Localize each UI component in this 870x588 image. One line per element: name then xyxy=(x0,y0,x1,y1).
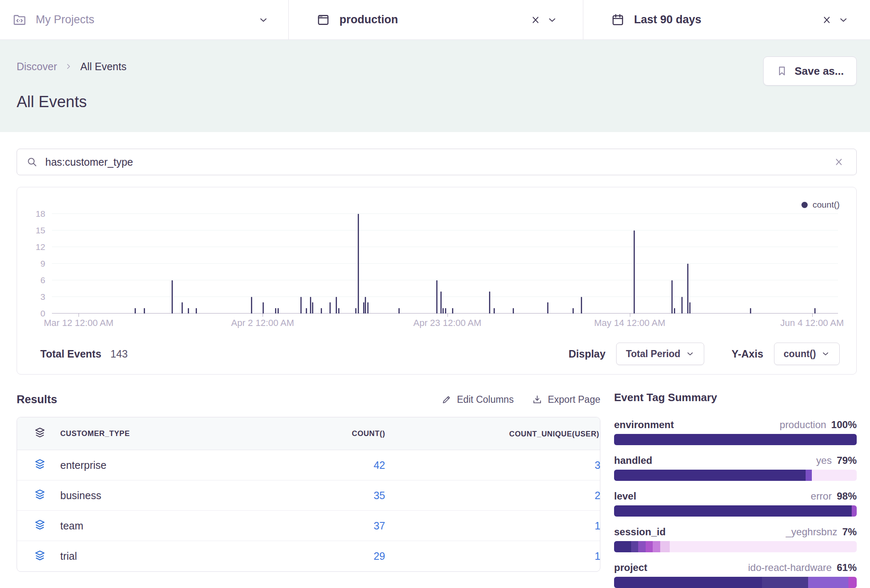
x-axis-tick-label: Jun 4 12:00 AM xyxy=(780,318,844,328)
event-count-bar xyxy=(172,280,173,314)
count-cell-link[interactable]: 29 xyxy=(261,550,385,562)
save-as-button[interactable]: Save as... xyxy=(763,56,857,86)
edit-columns-button[interactable]: Edit Columns xyxy=(441,394,514,405)
tag-bar-segment xyxy=(660,541,670,552)
tag-top-value: production xyxy=(780,419,826,431)
tag-distribution-bar[interactable] xyxy=(614,434,857,445)
gridline xyxy=(52,280,838,280)
tag-bar-segment xyxy=(614,505,852,517)
page-header: Discover All Events Save as... All Event… xyxy=(0,40,870,132)
date-chevron[interactable] xyxy=(835,12,852,28)
event-count-bar xyxy=(365,297,366,314)
y-axis-dropdown[interactable]: count() xyxy=(774,343,840,365)
tag-distribution-bar[interactable] xyxy=(614,470,857,481)
column-header-customer-type[interactable]: CUSTOMER_TYPE xyxy=(60,429,261,438)
event-count-bar xyxy=(363,302,364,314)
event-count-bar xyxy=(442,308,444,314)
customer-type-cell: team xyxy=(60,520,261,532)
tag-distribution-bar[interactable] xyxy=(614,541,857,552)
tag-summary-item: levelerror98% xyxy=(614,490,857,517)
download-icon xyxy=(532,394,543,405)
export-page-button[interactable]: Export Page xyxy=(532,394,600,405)
tag-bar-segment xyxy=(812,470,857,481)
results-area: Results Edit Columns Export xyxy=(17,391,857,588)
breadcrumb-discover-link[interactable]: Discover xyxy=(17,61,57,73)
search-input[interactable] xyxy=(45,156,823,168)
event-count-bar xyxy=(135,308,136,314)
edit-columns-label: Edit Columns xyxy=(457,394,514,405)
event-count-bar xyxy=(452,308,453,314)
event-count-bar xyxy=(750,308,751,314)
stack-icon[interactable] xyxy=(34,488,60,502)
event-count-bar xyxy=(689,302,691,314)
bookmark-icon xyxy=(776,65,788,77)
project-selector[interactable]: My Projects xyxy=(0,0,288,39)
count-cell-link[interactable]: 35 xyxy=(261,490,385,502)
date-clear-icon[interactable] xyxy=(818,12,835,28)
stack-icon[interactable] xyxy=(34,458,60,472)
count-cell-link[interactable]: 42 xyxy=(261,459,385,471)
tag-bar-segment xyxy=(614,541,631,552)
tag-top-percent: 98% xyxy=(837,490,857,502)
chart-legend-count[interactable]: count() xyxy=(801,200,840,210)
display-dropdown[interactable]: Total Period xyxy=(616,343,704,365)
count-unique-cell-link[interactable]: 22 xyxy=(385,490,600,502)
count-unique-cell-link[interactable]: 19 xyxy=(385,520,600,532)
display-dropdown-value: Total Period xyxy=(626,348,680,360)
count-unique-cell-link[interactable]: 18 xyxy=(385,550,600,562)
total-events-value: 143 xyxy=(111,348,128,360)
x-axis-tick xyxy=(812,314,813,317)
table-row: team3719 xyxy=(17,511,600,541)
tag-bar-segment xyxy=(614,470,806,481)
x-axis-tick xyxy=(263,314,263,317)
table-body: enterprise4238business3522team3719trial2… xyxy=(17,450,600,571)
search-bar xyxy=(17,149,857,175)
event-count-bar xyxy=(681,297,683,314)
column-header-count[interactable]: COUNT() xyxy=(261,429,385,438)
environment-chevron[interactable] xyxy=(544,12,560,28)
count-unique-cell-link[interactable]: 38 xyxy=(385,459,600,471)
y-axis-tick-label: 15 xyxy=(25,225,45,235)
tag-distribution-bar[interactable] xyxy=(614,577,857,588)
tag-name: project xyxy=(614,562,647,573)
results-table: CUSTOMER_TYPE COUNT() COUNT_UNIQUE(USER)… xyxy=(17,417,600,572)
environment-selector[interactable]: production xyxy=(288,0,583,39)
event-count-bar xyxy=(329,302,331,314)
column-header-count-unique[interactable]: COUNT_UNIQUE(USER)↓ xyxy=(385,429,600,439)
project-selector-chevron[interactable] xyxy=(255,12,272,28)
event-count-bar xyxy=(306,308,307,314)
tag-top-value: ido-react-hardware xyxy=(748,562,832,573)
environment-clear-icon[interactable] xyxy=(527,12,544,28)
event-count-bar xyxy=(367,302,369,314)
tag-top-percent: 79% xyxy=(837,455,857,466)
tag-name: session_id xyxy=(614,526,666,538)
x-axis-tick xyxy=(79,314,79,317)
tag-summary-item: session_id_yeghrsbnz7% xyxy=(614,526,857,552)
breadcrumb-current: All Events xyxy=(80,61,126,73)
tag-bar-segment xyxy=(852,505,857,517)
tag-bar-segment xyxy=(848,577,857,588)
count-cell-link[interactable]: 37 xyxy=(261,520,385,532)
stack-icon[interactable] xyxy=(34,519,60,533)
event-count-bar xyxy=(196,308,197,314)
tag-top-value: error xyxy=(811,490,832,502)
tag-summary-item: projectido-react-hardware61% xyxy=(614,562,857,588)
search-icon xyxy=(26,156,38,168)
event-count-bar xyxy=(436,280,437,314)
breadcrumb-chevron-icon xyxy=(64,62,73,71)
gridline xyxy=(52,230,838,230)
y-axis-label: Y-Axis xyxy=(732,348,763,360)
results-heading: Results xyxy=(17,393,57,406)
stack-icon[interactable] xyxy=(34,549,60,564)
gridline xyxy=(52,296,838,297)
y-axis-tick-label: 0 xyxy=(25,309,45,318)
table-row: trial2918 xyxy=(17,541,600,571)
x-axis-tick-label: Mar 12 12:00 AM xyxy=(44,318,114,328)
search-clear-icon[interactable] xyxy=(831,154,847,170)
column-header-count-unique-label: COUNT_UNIQUE(USER) xyxy=(509,430,600,438)
event-count-bar xyxy=(671,280,673,314)
gridline xyxy=(52,213,838,214)
tag-bar-segment xyxy=(646,541,653,552)
date-range-selector[interactable]: Last 90 days xyxy=(583,0,870,39)
tag-distribution-bar[interactable] xyxy=(614,505,857,517)
